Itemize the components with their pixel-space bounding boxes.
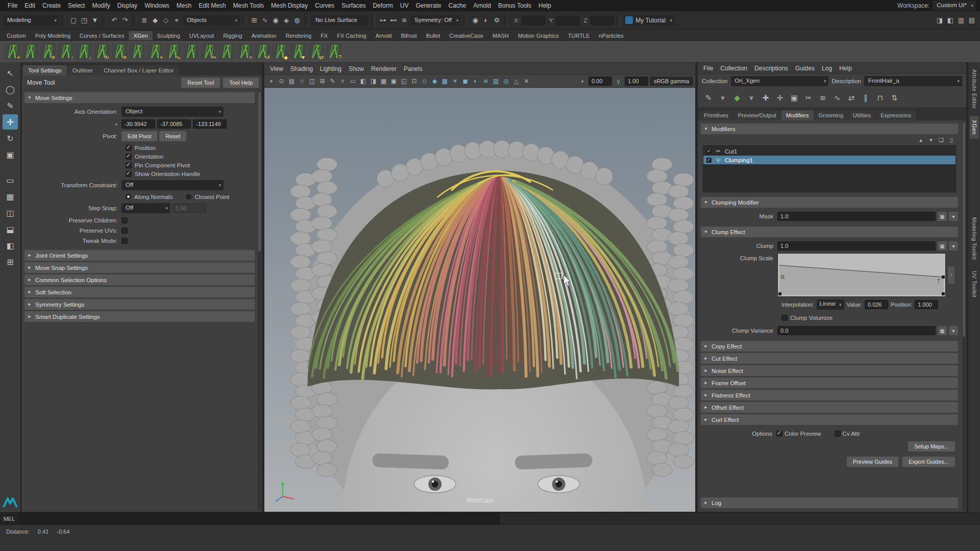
duplicate-modifier-icon[interactable]: ❏ [937,135,946,144]
tab-arnold[interactable]: Arnold [371,31,397,40]
use-all-lights-icon[interactable]: ☀ [450,77,460,86]
section-header-soft-selection[interactable]: Soft Selection [24,287,255,297]
side-tab-attribute-editor[interactable]: Attribute Editor [970,65,979,113]
edit-pivot-button[interactable]: Edit Pivot [121,131,157,141]
orient-values-caret-icon[interactable]: ▾ [115,122,117,127]
select-tool[interactable]: ↖ [3,65,18,81]
scrollbar-thumb[interactable] [258,92,261,252]
comb-guides-icon[interactable]: ≋ [816,91,829,105]
tab-fx-caching[interactable]: FX Caching [332,31,371,40]
closest-point-radio[interactable] [186,194,191,199]
group-separator[interactable] [133,14,137,27]
variance-menu-icon[interactable]: ▾ [949,326,958,335]
section-header-common-selection-options[interactable]: Common Selection Options [24,274,255,285]
show-orientation-handle-checkbox[interactable] [126,171,132,177]
section-header-curl-effect[interactable]: Curl Effect [701,414,958,425]
xgen-sculpt-guides-icon[interactable]: ∿ [165,43,181,60]
tab-curves-surfaces[interactable]: Curves / Surfaces [75,31,129,40]
add-guide-icon[interactable]: ✚ [759,91,772,105]
menu-create[interactable]: Create [39,1,64,11]
shadows-toggle-icon[interactable]: ◼ [460,77,470,86]
cut-guide-icon[interactable]: ✂ [802,91,815,105]
menu-set-selector[interactable]: Modeling [3,15,59,26]
lasso-tool[interactable]: ◯ [3,82,18,97]
tab-tool-settings[interactable]: Tool Settings [23,65,67,76]
axis-orientation-dropdown[interactable]: Object [121,107,224,117]
along-normals-radio[interactable] [126,194,131,199]
orientation-checkbox[interactable] [126,154,132,160]
menu-lighting[interactable]: Lighting [316,64,345,74]
menu-renderer[interactable]: Renderer [368,64,400,74]
command-language-toggle[interactable]: MEL [0,513,18,524]
modify-guides-tool-icon[interactable]: ✎ [702,91,715,105]
menu-display[interactable]: Display [114,1,141,11]
gamma-field[interactable] [625,77,648,86]
tab-rigging[interactable]: Rigging [218,31,247,40]
clump-variance-field[interactable] [777,326,936,335]
xgen-color-preview-icon[interactable]: ◆ [272,43,288,60]
scale-tool[interactable]: ▣ [3,147,18,162]
reset-tool-button[interactable]: Reset Tool [181,78,220,88]
tab-uvlayout[interactable]: UVLayout [185,31,218,40]
layout-custom[interactable]: ⊞ [3,254,18,269]
menu-mesh[interactable]: Mesh [173,1,195,11]
group-separator[interactable] [62,14,66,27]
pin-component-pivot-checkbox[interactable] [126,162,132,168]
symmetry-dropdown[interactable]: Symmetry: Off [410,15,461,26]
move-tool[interactable]: ✛ [3,114,18,130]
textured-mode-icon[interactable]: ▩ [440,77,450,86]
selection-mask-dropdown[interactable]: Objects [183,15,240,26]
layout-single-pane[interactable]: ▭ [3,172,18,188]
move-guide-icon[interactable]: ✛ [773,91,787,105]
film-gate-icon[interactable]: ▭ [348,77,358,86]
layout-persp-graph[interactable]: ⬓ [3,221,18,237]
redo-icon[interactable]: ↷ [120,15,130,26]
save-scene-icon[interactable]: ▼ [90,15,100,26]
tab-xgen[interactable]: XGen [129,31,152,40]
section-header-smart-duplicate-settings[interactable]: Smart Duplicate Settings [24,311,255,322]
modifier-move-up-icon[interactable]: ▴ [916,135,925,144]
menu-show[interactable]: Show [345,64,368,74]
section-header-copy-effect[interactable]: Copy Effect [701,341,958,352]
flip-guides-icon[interactable]: ⇅ [888,91,901,105]
gamma-icon[interactable]: γ [614,77,623,86]
grease-pencil-icon[interactable]: ✎ [328,77,337,86]
tab-animation[interactable]: Animation [247,31,281,40]
tab-grooming[interactable]: Grooming [814,110,848,120]
toggle-channel-box-icon[interactable]: ▥ [956,15,966,26]
menu-edit[interactable]: Edit [21,1,39,11]
paint-selection-tool[interactable]: ✎ [3,98,18,113]
side-tab-xgen[interactable]: XGen [970,116,979,139]
tab-sculpting[interactable]: Sculpting [153,31,185,40]
shaded-mode-icon[interactable]: ◆ [430,77,439,86]
cv-attr-checkbox[interactable] [835,431,841,437]
section-header-offset-effect[interactable]: Offset Effect [701,402,958,413]
group-separator[interactable] [463,14,468,27]
menu-generate[interactable]: Generate [412,1,445,11]
lock-length-icon[interactable]: ⊓ [873,91,887,105]
modifier-item-clumping1[interactable]: ΨClumping1 [703,156,955,164]
menu-view[interactable]: View [266,64,287,74]
wireframe-mode-icon[interactable]: ◇ [420,77,429,86]
tweak-mode-checkbox[interactable] [121,238,128,244]
group-separator[interactable] [371,14,375,27]
xgen-curl-modifier-icon[interactable]: ↺ [254,43,271,60]
tab-creativecase[interactable]: CreativeCase [445,31,488,40]
position-checkbox[interactable] [126,145,132,151]
menu-log[interactable]: Log [818,63,836,73]
ramp-handle-right[interactable] [942,276,945,279]
command-result-field[interactable] [499,513,980,524]
new-scene-icon[interactable]: ▢ [68,15,79,26]
preview-guides-button[interactable]: Preview Guides [847,457,898,467]
viewport-3d-scene[interactable]: WorkCam [264,88,695,512]
menu-arnold[interactable]: Arnold [470,1,495,11]
snap-to-point-icon[interactable]: ◉ [271,15,281,26]
setup-maps-button[interactable]: Setup Maps... [908,441,955,452]
orient-x-field[interactable] [121,119,155,129]
scrollbar-thumb[interactable] [963,122,965,337]
xgen-comb-guides-icon[interactable] [183,43,199,60]
field-chart-icon[interactable]: ▦ [379,77,388,86]
layout-four-pane[interactable]: ▦ [3,189,18,204]
ramp-marker-left[interactable]: R [781,274,785,280]
menu-edit-mesh[interactable]: Edit Mesh [195,1,229,11]
